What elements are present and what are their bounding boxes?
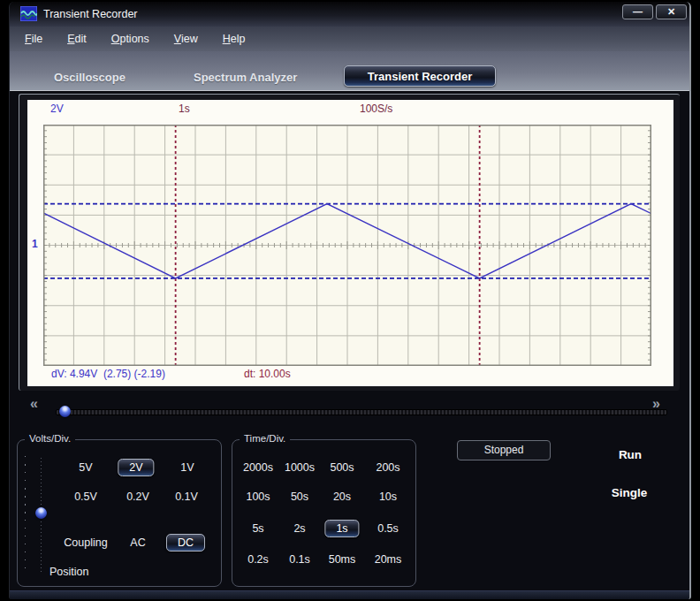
time-div-50ms-button[interactable]: 50ms (329, 553, 356, 566)
app-waveform-icon (20, 6, 37, 21)
time-div-2s-button[interactable]: 2s (293, 522, 305, 535)
volts-div-1v-button[interactable]: 1V (180, 461, 194, 474)
tab-spectrum-analyzer[interactable]: Spectrum Analyzer (194, 71, 297, 84)
time-div-20ms-button[interactable]: 20ms (375, 553, 402, 566)
scroll-forward-button[interactable]: » (652, 396, 660, 412)
time-div-1s-button[interactable]: 1s (324, 520, 359, 537)
volts-div-0-2v-button[interactable]: 0.2V (126, 491, 149, 503)
coupling-label: Coupling (64, 536, 107, 549)
window-title: Transient Recorder (43, 8, 138, 20)
window-bottom-edge (10, 590, 689, 599)
time-div-500s-button[interactable]: 500s (330, 461, 354, 474)
time-per-div-readout: 1s (179, 103, 190, 115)
time-div-5s-button[interactable]: 5s (252, 522, 263, 535)
time-div-2000s-button[interactable]: 2000s (243, 461, 273, 474)
scroll-thumb[interactable] (59, 406, 71, 417)
channel-1-marker: 1 (32, 238, 38, 250)
time-div-100s-button[interactable]: 100s (246, 491, 270, 503)
run-button[interactable]: Run (604, 448, 657, 461)
menu-help[interactable]: Help (217, 31, 252, 47)
app-window: Transient Recorder — ✕ FileEditOptionsVi… (9, 2, 691, 599)
title-bar: Transient Recorder — ✕ (10, 2, 689, 27)
menu-edit[interactable]: Edit (61, 31, 93, 47)
waveform-plot[interactable] (43, 125, 651, 366)
volts-div-0-5v-button[interactable]: 0.5V (74, 491, 97, 503)
time-div-0-5s-button[interactable]: 0.5s (377, 522, 399, 535)
volts-div-5v-button[interactable]: 5V (79, 461, 92, 474)
time-div-legend: Time/Div. (240, 433, 290, 444)
close-button[interactable]: ✕ (656, 4, 687, 19)
single-button[interactable]: Single (603, 486, 656, 499)
menu-options[interactable]: Options (105, 31, 156, 47)
time-div-50s-button[interactable]: 50s (291, 491, 308, 503)
time-div-1000s-button[interactable]: 1000s (285, 461, 315, 474)
menu-bar: FileEditOptionsViewHelp (10, 27, 689, 51)
sample-rate-readout: 100S/s (360, 103, 392, 115)
position-scale-ticks (25, 456, 26, 573)
volts-div-0-1v-button[interactable]: 0.1V (175, 491, 198, 503)
position-slider-thumb[interactable] (35, 507, 47, 519)
tab-bar: OscilloscopeSpectrum AnalyzerTransient R… (10, 51, 689, 91)
coupling-ac-button[interactable]: AC (130, 536, 145, 549)
time-div-200s-button[interactable]: 200s (376, 461, 399, 474)
tab-transient-recorder[interactable]: Transient Recorder (344, 65, 496, 87)
position-label: Position (49, 566, 88, 578)
scroll-back-button[interactable]: « (30, 396, 38, 412)
time-div-group: Time/Div. 2000s1000s500s200s100s50s20s10… (232, 439, 416, 587)
tab-oscilloscope[interactable]: Oscilloscope (54, 71, 126, 84)
minimize-button[interactable]: — (622, 4, 653, 19)
coupling-dc-button[interactable]: DC (166, 534, 205, 552)
delta-voltage-readout: dV: 4.94V (2.75) (-2.19) (51, 368, 165, 380)
chart-paper: 2V 1s 100S/s 1 dV: 4.94V (2.75) (-2.19) … (27, 100, 673, 386)
scroll-track[interactable] (56, 409, 667, 415)
time-div-0-1s-button[interactable]: 0.1s (289, 553, 310, 566)
time-div-10s-button[interactable]: 10s (379, 491, 397, 503)
volts-per-div-readout: 2V (50, 103, 64, 115)
chart-frame: 2V 1s 100S/s 1 dV: 4.94V (2.75) (-2.19) … (19, 94, 680, 391)
menu-file[interactable]: File (19, 31, 49, 47)
delta-time-readout: dt: 10.00s (244, 368, 291, 380)
time-div-0-2s-button[interactable]: 0.2s (247, 553, 269, 566)
menu-view[interactable]: View (168, 31, 204, 47)
volts-div-group: Volts/Div. 5V2V1V0.5V0.2V0.1V Coupling A… (17, 439, 222, 587)
volts-div-legend: Volts/Div. (25, 433, 75, 444)
time-div-20s-button[interactable]: 20s (333, 491, 351, 503)
volts-div-2v-button[interactable]: 2V (118, 459, 154, 476)
acquisition-status-badge[interactable]: Stopped (457, 440, 551, 460)
